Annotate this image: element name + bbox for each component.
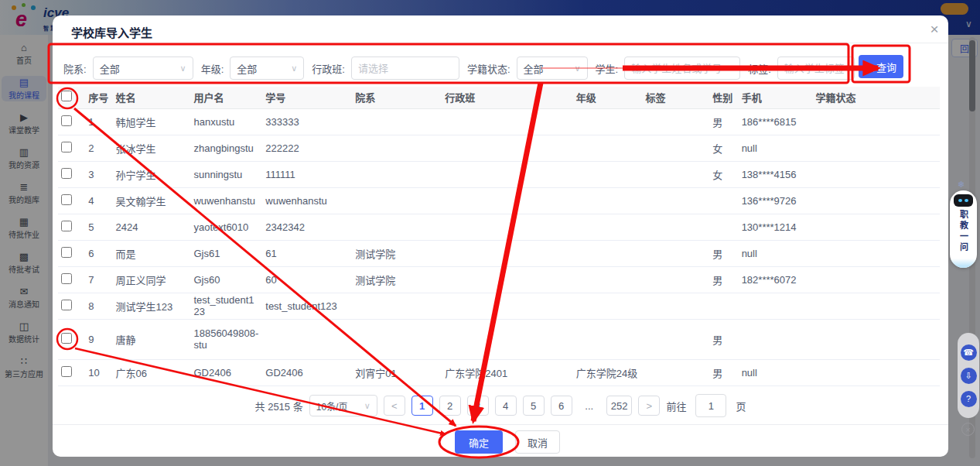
cell-college	[352, 214, 442, 240]
page-size-select[interactable]: 10条/页 ∨	[309, 395, 377, 416]
cell-status	[812, 161, 940, 187]
modal-header: 学校库导入学生 ×	[53, 15, 948, 43]
page-button-4[interactable]: 4	[495, 396, 517, 416]
cell-college: 刘宵宁01	[352, 359, 442, 385]
tag-input[interactable]	[777, 57, 855, 80]
confirm-button[interactable]: 确定	[455, 430, 503, 454]
filter-student: 学生:	[596, 57, 741, 80]
cell-phone	[739, 319, 813, 359]
row-checkbox[interactable]	[61, 300, 72, 310]
page-button-252[interactable]: 252	[606, 396, 633, 416]
cell-tag	[643, 214, 710, 240]
cell-student-id: GD2406	[262, 359, 352, 385]
row-checkbox[interactable]	[61, 194, 72, 205]
students-table: 序号 姓名 用户名 学号 院系 行政班 年级 标签 性别 手机 学籍状态 1	[58, 87, 940, 386]
cell-class	[442, 319, 572, 359]
pagination-total: 共 2515 条	[255, 399, 303, 413]
cell-username: Gjs61	[190, 240, 262, 266]
cell-name: 测试学生123	[113, 293, 191, 319]
page-button-6[interactable]: 6	[551, 396, 572, 416]
cell-student-id: 111111	[262, 161, 352, 187]
grade-select[interactable]: 全部 ∨	[230, 57, 304, 80]
cell-status	[812, 319, 940, 359]
page-button-5[interactable]: 5	[523, 396, 545, 416]
download-icon[interactable]: ⇩	[961, 368, 977, 384]
customer-service-icon[interactable]: ☎	[961, 344, 977, 361]
cell-username: 18856049808-stu	[190, 319, 262, 359]
cell-grade	[573, 240, 643, 266]
cell-tag	[643, 240, 710, 266]
row-checkbox[interactable]	[61, 273, 72, 284]
row-checkbox[interactable]	[61, 333, 72, 344]
help-icon[interactable]: ?	[961, 391, 977, 407]
cell-student-id: test_student123	[262, 293, 352, 319]
student-label: 学生:	[596, 61, 619, 76]
more-pages-icon[interactable]: ...	[579, 396, 600, 416]
grade-label: 年级:	[201, 61, 224, 76]
cancel-button[interactable]: 取消	[515, 430, 560, 454]
table-row: 7 周正义同学 Gjs60 60 测试学院 男 182****6072	[58, 266, 940, 293]
cell-gender: 男	[709, 266, 738, 293]
college-label: 院系:	[63, 61, 87, 76]
chevron-down-icon: ∨	[574, 63, 580, 74]
floating-toolbar: ☎ ⇩ ?	[958, 333, 979, 418]
row-checkbox[interactable]	[61, 168, 72, 179]
row-checkbox[interactable]	[61, 221, 72, 231]
cell-grade	[573, 135, 643, 161]
cell-gender: 男	[709, 319, 738, 359]
cell-name: 而是	[113, 240, 191, 266]
next-page-button[interactable]: >	[638, 396, 660, 416]
cell-phone: 136****9726	[739, 187, 813, 214]
cell-phone	[739, 293, 813, 319]
row-checkbox[interactable]	[61, 142, 72, 152]
cell-gender: 男	[709, 240, 738, 266]
cell-college	[352, 293, 442, 319]
status-select[interactable]: 全部 ∨	[517, 57, 588, 80]
cell-username: wuwenhanstu	[190, 187, 262, 214]
cell-status	[812, 359, 940, 385]
goto-label: 前往	[666, 399, 686, 413]
close-icon[interactable]: ×	[925, 20, 944, 39]
cell-tag	[643, 161, 710, 187]
cell-username: yaotext6010	[190, 214, 262, 240]
goto-unit: 页	[736, 399, 746, 413]
ai-assistant-widget[interactable]: 职教一问	[950, 190, 977, 268]
filter-class: 行政班:	[312, 57, 459, 80]
cell-name: 孙宁学生	[113, 161, 191, 187]
cell-class	[442, 135, 572, 161]
cell-name: 吴文翰学生	[113, 187, 191, 214]
cell-class	[442, 293, 572, 319]
cell-tag	[643, 359, 710, 385]
cell-grade	[573, 161, 643, 187]
college-select[interactable]: 全部 ∨	[93, 57, 193, 80]
toolbar-collapse-icon[interactable]: ×	[961, 423, 975, 436]
filter-status: 学籍状态: 全部 ∨	[467, 57, 588, 80]
prev-page-button[interactable]: <	[384, 396, 405, 416]
class-input[interactable]	[351, 57, 459, 80]
cell-username: sunningstu	[190, 161, 262, 187]
row-checkbox[interactable]	[61, 115, 72, 126]
row-checkbox[interactable]	[61, 247, 72, 258]
cell-status	[812, 240, 940, 266]
page-size-value: 10条/页	[316, 399, 348, 413]
cell-college: 测试学院	[352, 240, 442, 266]
cell-student-id: 222222	[262, 135, 352, 161]
cell-student-id	[262, 319, 352, 359]
student-search-input[interactable]	[624, 57, 740, 80]
page-button-2[interactable]: 2	[439, 396, 461, 416]
cell-grade	[573, 293, 643, 319]
cell-grade	[573, 214, 643, 240]
search-button[interactable]: 查询	[859, 55, 903, 78]
page-button-1[interactable]: 1	[411, 396, 433, 416]
search-icon	[866, 63, 872, 70]
cell-no: 1	[85, 108, 112, 135]
select-all-checkbox[interactable]	[61, 91, 72, 101]
goto-page-input[interactable]	[695, 394, 726, 417]
page-button-3[interactable]: 3	[467, 396, 489, 416]
row-checkbox[interactable]	[61, 366, 72, 377]
cell-status	[812, 135, 940, 161]
cell-class: 广东学院2401	[442, 359, 572, 385]
cell-grade	[573, 108, 643, 135]
col-header-grade: 年级	[573, 87, 643, 108]
cell-class	[442, 266, 572, 293]
